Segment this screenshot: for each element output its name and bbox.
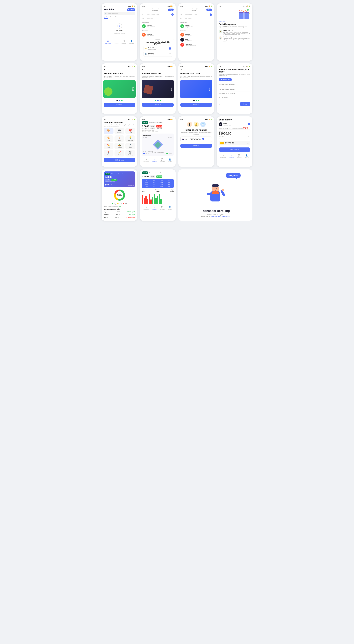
consensus-title: Consensus target price [104, 208, 135, 210]
nav-request-1[interactable]: ↑ Request [114, 40, 118, 44]
nav-dashboard-12[interactable]: ⊞ Dashboard [220, 154, 226, 158]
nav-message-label: Message [121, 42, 126, 44]
interest-innovation[interactable]: 💡 Innovation [125, 136, 135, 142]
thanks-email-link[interactable]: ackermanlhn@gmail.com [211, 216, 230, 218]
avo-radio[interactable] [169, 53, 171, 55]
nav-message-1[interactable]: 💬 Message [121, 40, 126, 44]
interest-drink[interactable]: 🍹 Drink [114, 136, 124, 142]
dot-3-dark[interactable] [160, 100, 161, 101]
interest-health[interactable]: ❤️ Health [125, 128, 135, 134]
card-use-send: Ava Gold Card Mastercard • 299 4% [219, 141, 250, 146]
svg-point-15 [216, 188, 217, 189]
done-button[interactable]: Done [240, 102, 250, 106]
pay-button-3[interactable]: Pay [206, 8, 212, 11]
add-ticker-icon[interactable]: + [117, 24, 122, 28]
suggested-label-2: Suggested [142, 22, 174, 23]
nav-request-14[interactable]: ↑ Request [152, 206, 157, 210]
to-value-3[interactable]: Name, Phone, Email... [185, 14, 210, 16]
amount-value-send[interactable]: $1000.00 [219, 132, 250, 136]
message-icon-12: 💬 [238, 154, 240, 156]
close-button-green[interactable]: × [104, 68, 105, 71]
dot-1-dark[interactable] [155, 100, 156, 101]
pick-button[interactable]: Pick (1) item [104, 158, 135, 162]
close-button-blue[interactable]: × [180, 68, 182, 71]
cash-balance-label: Cash Balance [148, 47, 157, 49]
nav-account-10[interactable]: 👤 Account [168, 158, 172, 162]
interest-camping[interactable]: 🏕️ Camping [114, 143, 124, 149]
bigboss-name-3: Big Boss [185, 34, 190, 35]
th-vol2: Vol [165, 180, 173, 181]
continue-btn-blue[interactable]: Continue [180, 103, 212, 107]
to-row-3: To Name, Phone, Email... ✓ [180, 12, 212, 17]
nav-account-14[interactable]: 👤 Account [168, 206, 172, 210]
search-bar[interactable]: 🔍 Search something... [104, 12, 135, 15]
to-value-2[interactable]: Name, Phone, Email... [147, 14, 171, 16]
tab-chart[interactable]: Chart [110, 16, 113, 18]
character-svg [205, 181, 225, 205]
phone-input-row[interactable]: 🇹🇭 +4 0123-456-789 ✓ [180, 136, 212, 142]
send-button[interactable]: Send $1002.0 [219, 148, 250, 152]
nav-dashboard-14[interactable]: ⊞ Dashboard [143, 206, 149, 210]
option-50-100[interactable]: From $50,000 to $100,000 [219, 83, 250, 87]
option-200-500[interactable]: From $200,000 to $500,000 [219, 92, 250, 96]
for-value-3[interactable]: Add a note [185, 18, 212, 19]
feature2-title: Full Flexibility [223, 36, 250, 38]
interest-food[interactable]: 🍕 Food [104, 136, 113, 142]
travel-label: Travel [107, 154, 110, 156]
time-9: 9:41 [104, 118, 106, 120]
dot-3-green[interactable] [121, 100, 122, 101]
dot-1-blue[interactable] [193, 100, 195, 101]
nav-dashboard-10[interactable]: ⊞ Dashboard [143, 158, 149, 162]
interest-draw[interactable]: ✏️ Draw [104, 143, 113, 149]
selected-option[interactable]: Under $50,000 [219, 78, 232, 81]
no-ticker-text: No ticker [104, 30, 135, 31]
option-over-500[interactable]: Over $500,000 [219, 96, 250, 100]
nav-message-14[interactable]: 💬 Message [160, 206, 165, 210]
nav-message-10[interactable]: 💬 Message [160, 158, 165, 162]
setting-button[interactable]: ⚙ Setting [127, 8, 135, 11]
interest-art[interactable]: 🎨 Art [104, 128, 113, 134]
close-button-dark[interactable]: × [142, 68, 143, 71]
tab-symbol[interactable]: Symbol [104, 16, 108, 18]
dot-1-green[interactable] [116, 100, 118, 101]
phone-continue-btn[interactable]: Continue [180, 144, 212, 148]
card-visual-dark: Debit [142, 80, 174, 98]
consensus-lowest: Lowest $36.61 5.41% Downside [104, 216, 135, 219]
interest-gaming[interactable]: 🎮 Gaming [114, 128, 124, 134]
continue-btn-green[interactable]: Continue [104, 103, 135, 107]
latte-name-send: Latte [223, 123, 231, 124]
nav-message-12[interactable]: 💬 Message [237, 154, 241, 158]
dot-2-blue[interactable] [196, 100, 197, 101]
nav-request-10[interactable]: ↑ Request [152, 158, 157, 162]
nav-dashboard-1[interactable]: ⊞ Dashboard [105, 40, 111, 44]
back-button-3[interactable]: ← [180, 9, 182, 11]
reserve-title-green: Reserve Your Card [104, 72, 135, 75]
cash-mgmt-title: Cash Management [219, 23, 250, 26]
profitability-title: Profitability [143, 135, 172, 136]
interest-music[interactable]: 🎵 Music [125, 143, 135, 149]
bigboss-name-2: Big Boss [147, 34, 152, 35]
interest-chatting[interactable]: 💬 Chatting [125, 150, 135, 156]
option-100-200[interactable]: From $100,000 to $200,000 [219, 87, 250, 92]
phone-number-value[interactable]: 0123-456-789 [190, 138, 200, 140]
avobanks-option[interactable]: 🏦 Avobanks $0 Available [143, 52, 172, 57]
dot-2-green[interactable] [119, 100, 120, 101]
pay-button-2[interactable]: Pay [168, 8, 174, 11]
back-button-2[interactable]: ← [142, 9, 144, 11]
for-value-2[interactable]: Add a note [147, 18, 174, 19]
nav-account-1[interactable]: 👤 Account [129, 40, 134, 44]
interest-travel[interactable]: 📍 Travel [104, 150, 113, 156]
dot-2-dark[interactable] [157, 100, 159, 101]
rica-contact-3: R Rica Aprita Little_girl@gmail.com [180, 42, 212, 47]
nav-account-12[interactable]: 👤 Account [245, 154, 249, 158]
nav-request-12[interactable]: ↑ Request [229, 154, 234, 158]
tab-match[interactable]: Match [115, 16, 118, 18]
cash-balance-option[interactable]: 💳 Cash Balance $20.0 Available ✓ [143, 46, 172, 51]
cash-icon: 💳 [144, 47, 147, 50]
dot-3-blue[interactable] [198, 100, 199, 101]
back-arrow-cash[interactable]: ← [219, 103, 221, 105]
reserve-blue-screen: 9:41 ▲▲▲ 📶 🔋 × Reserve Your Card We'll s… [178, 64, 214, 114]
innovation-emoji: 💡 [129, 136, 132, 139]
interest-text[interactable]: 📝 Text [114, 150, 124, 156]
continue-btn-dark[interactable]: Continue [142, 103, 174, 107]
